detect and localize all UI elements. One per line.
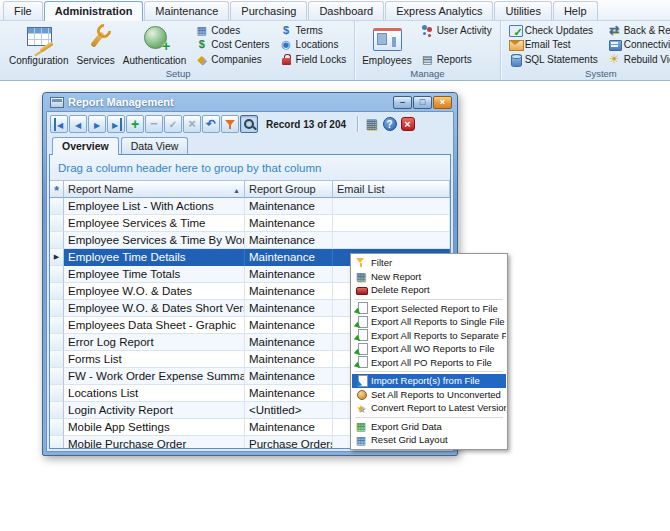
configuration-button[interactable]: Configuration [5,22,72,67]
menu-separator [355,417,503,418]
magnifier-icon [243,118,256,131]
window-title: Report Management [68,96,388,108]
column-header-report-name[interactable]: Report Name [64,180,245,198]
connectivity-button[interactable]: Connectivity [605,38,670,52]
delete-record-button[interactable] [145,115,163,133]
sql-statements-button[interactable]: SQL Statements [506,52,601,66]
menu-item-export-all-reports-to-separate-files[interactable]: Export All Reports to Separate Files [352,329,506,343]
export-icon [355,302,367,314]
window-titlebar[interactable]: Report Management –□× [46,93,454,111]
field-locks-button[interactable]: Field Locks [277,52,350,66]
table-row-employee-services-time-by-work-orde[interactable]: Employee Services & Time By Work OrdeMai… [50,232,450,249]
minus-icon [148,118,161,131]
locations-button[interactable]: Locations [277,38,350,52]
column-header-report-group[interactable]: Report Group [245,180,333,198]
menu-item-label: Export All Reports to Separate Files [371,330,506,341]
minimize-button[interactable]: – [393,96,412,109]
nav-last-button[interactable] [107,115,125,133]
cancel-edit-button[interactable] [183,115,201,133]
tab-data-view[interactable]: Data View [121,137,189,154]
refresh-button[interactable] [202,115,220,133]
ribbon-tab-utilities[interactable]: Utilities [494,1,551,20]
services-icon [81,24,111,51]
cost-centers-button[interactable]: Cost Centers [192,38,272,52]
report-name-cell: Employee Services & Time [64,215,245,232]
close-form-button[interactable] [399,116,416,133]
cross-icon [186,118,199,131]
menu-item-reset-grid-layout[interactable]: Reset Grid Layout [352,433,506,447]
report-group-cell: Maintenance [245,232,333,249]
report-group-cell: Maintenance [245,334,333,351]
sort-ascending-icon [233,183,240,195]
ribbon-group-manage: EmployeesUser ActivityReportsManage [355,21,500,80]
codes-button[interactable]: Codes [192,23,272,37]
employees-button[interactable]: Employees [358,22,415,67]
new-report-icon [355,270,367,282]
row-indicator [50,351,64,368]
user-activity-button[interactable]: User Activity [418,23,495,37]
menu-item-filter[interactable]: Filter [352,256,506,270]
menu-item-convert-report-to-latest-version[interactable]: Convert Report to Latest Version [352,401,506,415]
report-name-cell: Login Activity Report [64,402,245,419]
ribbon-tab-maintenance[interactable]: Maintenance [144,1,229,20]
table-row-employee-list-with-actions[interactable]: Employee List - With ActionsMaintenance [50,198,450,215]
row-indicator [50,419,64,436]
nav-prev-button[interactable] [69,115,87,133]
authentication-label: Authentication [123,55,186,66]
post-edit-button[interactable] [164,115,182,133]
menu-item-delete-report[interactable]: Delete Report [352,283,506,297]
companies-button[interactable]: Companies [192,52,272,66]
grid-options-button[interactable] [363,116,380,133]
ribbon-tab-dashboard[interactable]: Dashboard [308,1,384,20]
ribbon-tab-administration[interactable]: Administration [44,1,144,21]
back-restore-button[interactable]: Back & Restore [605,23,670,37]
nav-next-button[interactable] [88,115,106,133]
menu-item-import-report-s-from-file[interactable]: Import Report(s) from File [352,374,506,388]
tab-overview[interactable]: Overview [52,137,119,155]
menu-item-label: New Report [371,271,421,282]
help-button[interactable] [381,116,398,133]
maximize-button[interactable]: □ [413,96,432,109]
services-button[interactable]: Services [72,22,118,67]
email-test-button[interactable]: Email Test [506,38,601,52]
ribbon-tab-help[interactable]: Help [553,1,598,20]
reset-grid-icon [355,434,367,446]
search-button[interactable] [240,115,258,133]
add-record-button[interactable] [126,115,144,133]
check-updates-button[interactable]: Check Updates [506,23,601,37]
report-name-cell: FW - Work Order Expense Summary By It [64,368,245,385]
authentication-icon [140,24,170,51]
user-activity-icon [421,24,434,37]
menu-item-export-selected-report-to-file[interactable]: Export Selected Report to File [352,302,506,316]
report-group-cell: Maintenance [245,351,333,368]
filter-button[interactable] [221,115,239,133]
ribbon-tab-file[interactable]: File [3,1,43,20]
table-row-employee-services-time[interactable]: Employee Services & TimeMaintenance [50,215,450,232]
menu-item-export-grid-data[interactable]: Export Grid Data [352,420,506,434]
nav-first-button[interactable] [50,115,68,133]
report-group-cell: Maintenance [245,385,333,402]
reports-label: Reports [437,54,472,65]
authentication-button[interactable]: Authentication [119,22,190,67]
report-group-cell: <Untitled> [245,402,333,419]
menu-item-label: Export All Reports to Single File [371,316,505,327]
cost-centers-label: Cost Centers [211,39,269,50]
reports-button[interactable]: Reports [418,52,495,66]
menu-item-export-all-reports-to-single-file[interactable]: Export All Reports to Single File [352,315,506,329]
services-label: Services [76,55,114,66]
ribbon-tab-express-analytics[interactable]: Express Analytics [385,1,493,20]
menu-item-export-all-wo-reports-to-file[interactable]: Export All WO Reports to File [352,342,506,356]
menu-item-export-all-po-reports-to-file[interactable]: Export All PO Reports to File [352,356,506,370]
menu-item-label: Export Grid Data [371,421,442,432]
terms-button[interactable]: Terms [277,23,350,37]
rebuild-views-button[interactable]: Rebuild Views [605,52,670,66]
funnel-icon [224,118,237,131]
ribbon: FileAdministrationMaintenancePurchasingD… [0,0,670,81]
column-header-email-list[interactable]: Email List [333,180,450,198]
user-activity-label: User Activity [437,25,492,36]
menu-item-new-report[interactable]: New Report [352,270,506,284]
grid-color-icon [365,117,379,131]
ribbon-tab-purchasing[interactable]: Purchasing [230,1,307,20]
menu-item-set-all-reports-to-unconverted[interactable]: Set All Reports to Unconverted [352,388,506,402]
close-button[interactable]: × [433,96,452,109]
